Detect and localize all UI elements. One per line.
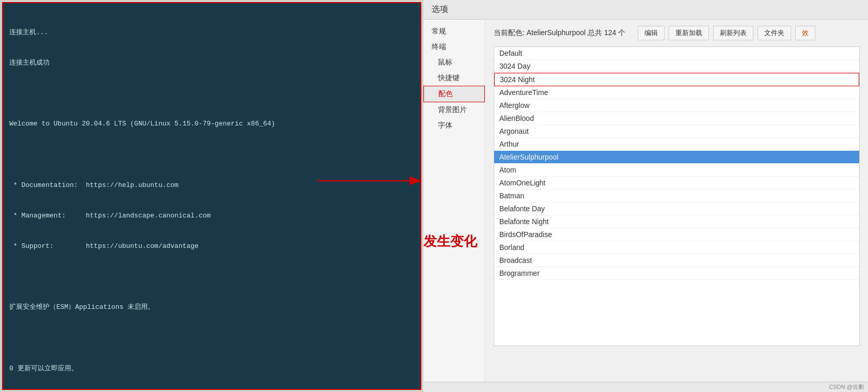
terminal-border: 连接主机... 连接主机成功 Welcome to Ubuntu 20.04.6… xyxy=(2,2,421,390)
terminal-line-blank2 xyxy=(9,150,414,160)
color-list-item[interactable]: Belafonte Day xyxy=(494,202,859,215)
terminal-line-blank3 xyxy=(9,272,414,282)
terminal-line-4: Welcome to Ubuntu 20.04.6 LTS (GNU/Linux… xyxy=(9,119,414,129)
current-scheme: 当前配色: AtelierSulphurpool 总共 124 个 xyxy=(494,28,625,38)
terminal-line-6: * Documentation: https://help.ubuntu.com xyxy=(9,180,414,191)
nav-font[interactable]: 字体 xyxy=(423,118,485,133)
terminal-content: 连接主机... 连接主机成功 Welcome to Ubuntu 20.04.6… xyxy=(3,3,420,390)
color-list-item[interactable]: 3024 Day xyxy=(494,60,859,73)
color-list-item[interactable]: Default xyxy=(494,47,859,60)
settings-content: 当前配色: AtelierSulphurpool 总共 124 个 编辑 重新加… xyxy=(485,20,868,392)
color-list-item[interactable]: Broadcast xyxy=(494,254,859,267)
settings-header: 当前配色: AtelierSulphurpool 总共 124 个 编辑 重新加… xyxy=(494,26,860,40)
nav-shortcuts[interactable]: 快捷键 xyxy=(423,70,485,86)
terminal-line-12: 0 更新可以立即应用。 xyxy=(9,364,414,374)
edit-button[interactable]: 编辑 xyxy=(638,26,665,40)
color-list-item[interactable]: AtomOneLight xyxy=(494,177,859,190)
nav-mouse[interactable]: 鼠标 xyxy=(423,55,485,70)
color-list-item[interactable]: Brogrammer xyxy=(494,267,859,280)
settings-nav: 常规 终端 鼠标 快捷键 配色 背景图片 字体 xyxy=(423,20,485,392)
reload-button[interactable]: 重新加载 xyxy=(669,26,709,40)
color-list-item[interactable]: Borland xyxy=(494,241,859,254)
refresh-button[interactable]: 刷新列表 xyxy=(713,26,753,40)
color-list-item[interactable]: Arthur xyxy=(494,138,859,151)
terminal-line-2: 连接主机成功 xyxy=(9,58,414,68)
nav-terminal[interactable]: 终端 xyxy=(423,39,485,55)
folder-button[interactable]: 文件夹 xyxy=(757,26,791,40)
main-container: 连接主机... 连接主机成功 Welcome to Ubuntu 20.04.6… xyxy=(0,0,868,392)
color-list-item[interactable]: Batman xyxy=(494,190,859,202)
terminal-line-1: 连接主机... xyxy=(9,27,414,38)
terminal-line-10: 扩展安全维护（ESM）Applications 未启用。 xyxy=(9,302,414,312)
color-list-item[interactable]: AtelierSulphurpool xyxy=(494,151,859,164)
settings-section: 选项 常规 终端 鼠标 快捷键 配色 背景图片 字体 当前配色: Atelier… xyxy=(423,0,868,392)
color-list-item[interactable]: 3024 Night xyxy=(494,73,859,86)
settings-body: 常规 终端 鼠标 快捷键 配色 背景图片 字体 当前配色: AtelierSul… xyxy=(423,20,868,392)
color-list[interactable]: Default3024 Day3024 NightAdventureTimeAf… xyxy=(494,46,860,346)
bottom-bar: CSDN @佐删 xyxy=(424,382,868,392)
nav-background[interactable]: 背景图片 xyxy=(423,102,485,118)
color-list-item[interactable]: BirdsOfParadise xyxy=(494,228,859,241)
terminal-line-blank1 xyxy=(9,88,414,99)
terminal-section: 连接主机... 连接主机成功 Welcome to Ubuntu 20.04.6… xyxy=(0,0,423,392)
nav-general[interactable]: 常规 xyxy=(423,24,485,39)
color-list-item[interactable]: Argonaut xyxy=(494,125,859,138)
color-list-item[interactable]: AdventureTime xyxy=(494,86,859,99)
nav-colorscheme[interactable]: 配色 xyxy=(423,86,485,102)
color-list-item[interactable]: Atom xyxy=(494,164,859,177)
terminal-line-8: * Support: https://ubuntu.com/advantage xyxy=(9,241,414,252)
color-list-item[interactable]: Belafonte Night xyxy=(494,215,859,228)
settings-title: 选项 xyxy=(423,0,868,20)
terminal-line-blank4 xyxy=(9,333,414,343)
color-list-item[interactable]: Afterglow xyxy=(494,99,859,112)
terminal-line-7: * Management: https://landscape.canonica… xyxy=(9,211,414,221)
change-label: 发生变化 xyxy=(423,232,477,250)
effect-button[interactable]: 效 xyxy=(795,26,815,40)
color-list-item[interactable]: AlienBlood xyxy=(494,112,859,125)
